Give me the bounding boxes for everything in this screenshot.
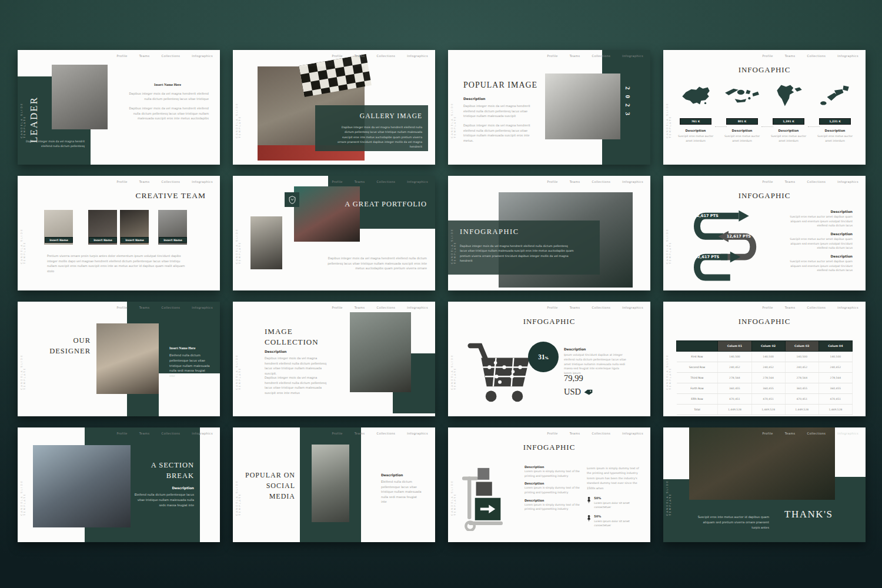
slide-title: A SECTION BREAK — [134, 460, 194, 481]
slide-title: INFOGAPHIC — [663, 317, 866, 326]
nav-item: Collections — [807, 432, 826, 435]
slide-leader[interactable]: ProfileTeamsCollectionsInfographics CAND… — [18, 50, 220, 165]
description-label: Description — [770, 129, 807, 132]
arrow-label: 12,617 PTS — [727, 234, 751, 239]
cell: 278,564 — [818, 373, 852, 383]
cell: 140,500 — [718, 352, 751, 362]
nav-item: Infographics — [192, 432, 213, 435]
slide-creative-team[interactable]: ProfileTeamsCollectionsInfographics CAND… — [18, 176, 220, 290]
description-label: Description — [779, 210, 853, 213]
nav-item: Collections — [592, 306, 611, 309]
panel-text: Dapibus integer mois da vel magna hendri… — [25, 139, 85, 149]
overlay-panel: INFOGRAPHIC Dapibus integer mois da vel … — [448, 220, 600, 275]
cell: 240,452 — [785, 362, 818, 373]
person-icon — [587, 514, 591, 522]
designer-photo — [96, 323, 159, 394]
slide-image-collection[interactable]: ProfileTeamsCollectionsInfographics CAND… — [233, 302, 435, 416]
slide-nav: ProfileTeamsCollectionsInfographics — [547, 54, 643, 58]
price-tag-icon — [584, 389, 593, 395]
slide-nav: ProfileTeamsCollectionsInfographics — [762, 54, 858, 58]
nav-item: Collections — [377, 432, 396, 435]
slide-nav: ProfileTeamsCollectionsInfographics — [116, 432, 213, 435]
slide-social-media[interactable]: ProfileTeamsCollectionsInfographics CAND… — [233, 427, 435, 542]
slide-title: POPULAR IMAGE — [463, 81, 537, 90]
description-label: Description — [381, 473, 403, 477]
stat-text: Lorem ipsum dolor sit amet consectetuer — [594, 519, 642, 527]
nav-item: Profile — [762, 432, 773, 435]
slide-grid: ProfileTeamsCollectionsInfographics CAND… — [18, 50, 866, 542]
nav-item: Infographics — [407, 54, 428, 58]
slide-nav: ProfileTeamsCollectionsInfographics — [116, 54, 213, 58]
side-label: CANDELA SLIDE TEMPLATE — [450, 337, 456, 390]
nav-item: Teams — [570, 54, 580, 58]
header-cell: Colum 01 — [718, 341, 751, 352]
arrow-label: 12,617 PTS — [695, 255, 720, 259]
description-text: Lorem ipsum is simply dummy text of the … — [524, 503, 582, 512]
description-text: Suscipit eros metus auctor amet interdum — [724, 134, 760, 143]
description-label: Description — [463, 97, 486, 101]
nav-item: Teams — [785, 180, 796, 183]
slide-nav: ProfileTeamsCollectionsInfographics — [332, 306, 428, 309]
cell: 1,449,528 — [818, 405, 852, 415]
description-label: Description — [524, 499, 582, 502]
slide-great-portfolio[interactable]: ProfileTeamsCollectionsInfographics CAND… — [233, 176, 435, 290]
description-label: Description — [265, 350, 287, 353]
row-label: Third Row — [677, 373, 718, 383]
slide-infographic-photo[interactable]: ProfileTeamsCollectionsInfographics CAND… — [448, 176, 650, 290]
table-header-row: Colum 01 Colum 02 Colum 03 Colum 04 — [677, 341, 853, 352]
nav-item: Profile — [762, 180, 773, 183]
cell: 240,452 — [751, 362, 785, 373]
slide-infographic-cart[interactable]: ProfileTeamsCollectionsInfographics CAND… — [448, 302, 650, 416]
body-text: Dapibus integer mois da vel magna hendre… — [265, 375, 328, 395]
price-value: 79,99 — [564, 373, 583, 383]
nav-item: Profile — [332, 432, 342, 435]
name-heading: Insert Name Here — [169, 346, 213, 350]
slide-nav: ProfileTeamsCollectionsInfographics — [762, 306, 858, 309]
cell: 278,564 — [785, 373, 818, 383]
nav-item: Collections — [807, 54, 826, 58]
side-label: CANDELA SLIDE TEMPLATE — [20, 211, 26, 264]
right-column: Lorem ipsum is simply dummy text of the … — [587, 466, 642, 527]
description-text: Lorem ipsum is simply dummy text of the … — [524, 469, 582, 478]
overlay-panel: GALLERY IMAGE Dapibus integer mois da ve… — [315, 105, 428, 151]
stat-row: 50% Lorem ipsum dolor sit amet consectet… — [587, 514, 642, 527]
slide-infographic-arrows[interactable]: ProfileTeamsCollectionsInfographics CAND… — [663, 176, 866, 290]
description-label: Description — [564, 348, 586, 351]
slide-title: INFOGRAPHIC — [460, 228, 519, 236]
nav-item: Teams — [355, 54, 365, 58]
cell: 140,500 — [751, 352, 785, 362]
slide-infographic-dolly[interactable]: ProfileTeamsCollectionsInfographics CAND… — [448, 427, 650, 542]
slide-popular-image[interactable]: ProfileTeamsCollectionsInfographics CAND… — [448, 50, 650, 165]
description-text: Suscipit eros metus auctor amet interdum — [817, 134, 853, 143]
slide-nav: ProfileTeamsCollectionsInfographics — [332, 180, 428, 183]
white-block — [159, 373, 220, 416]
nav-item: Profile — [547, 54, 557, 58]
slide-title: A GREAT PORTFOLIO — [345, 199, 427, 209]
slide-section-break[interactable]: ProfileTeamsCollectionsInfographics CAND… — [18, 427, 220, 542]
table-row: Third Row 278,564 278,564 278,564 278,56… — [677, 373, 853, 383]
slide-our-designer[interactable]: ProfileTeamsCollectionsInfographics CAND… — [18, 302, 220, 416]
slide-thanks[interactable]: ProfileTeamsCollectionsInfographics CAND… — [663, 427, 866, 542]
description-label: Description — [134, 486, 194, 490]
body-text: Pretium viverra ornare proin turpis ante… — [47, 253, 189, 273]
cell: 278,564 — [718, 373, 751, 383]
slide-infographic-table[interactable]: ProfileTeamsCollectionsInfographics CAND… — [663, 302, 866, 416]
nav-item: Teams — [785, 54, 796, 58]
map-item: 801 K Description Suscipit eros metus au… — [724, 83, 760, 143]
nav-item: Profile — [116, 306, 127, 309]
description-column: Description Lorem ipsum is simply dummy … — [524, 465, 582, 515]
name-badge: Insert Name — [89, 237, 117, 243]
cell: 360,455 — [751, 383, 785, 394]
slide-gallery-image[interactable]: ProfileTeamsCollectionsInfographics CAND… — [233, 50, 435, 165]
value-badge: 1,231 K — [819, 118, 851, 125]
nav-item: Teams — [785, 432, 796, 435]
slide-title: GALLERY IMAGE — [360, 112, 422, 119]
side-label: CANDELA SLIDE TEMPLATE — [666, 337, 671, 390]
portfolio-photo — [250, 216, 282, 269]
percent-sign: % — [545, 356, 549, 360]
description-block: Description Lorem ipsum is simply dummy … — [524, 482, 582, 495]
cell: 140,500 — [785, 352, 818, 362]
slide-title: CREATIVE TEAM — [135, 191, 206, 201]
china-map-icon — [677, 83, 714, 108]
slide-infographic-maps[interactable]: ProfileTeamsCollectionsInfographics CAND… — [663, 50, 866, 165]
